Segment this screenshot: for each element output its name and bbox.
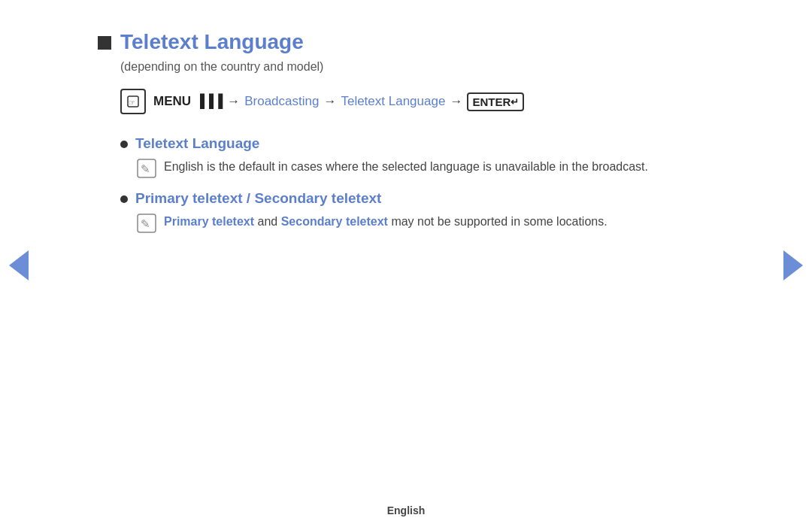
suffix-text: may not be supported in some locations. [391,215,607,228]
and-text: and [258,215,281,228]
svg-text:☞: ☞ [129,98,135,107]
nav-arrow-left[interactable] [8,250,30,280]
note-block-2: ✎ Primary teletext and Secondary teletex… [137,213,714,233]
list-item: Teletext Language ✎ English is the defau… [120,135,714,178]
footer-language: English [387,504,426,516]
nav-arrow-right[interactable] [782,250,804,280]
main-content: Teletext Language (depending on the coun… [38,0,774,275]
section-1-label: Teletext Language [135,135,259,152]
breadcrumb-broadcasting: Broadcasting [244,94,319,109]
note-block-1: ✎ English is the default in cases where … [137,158,714,178]
section-2-note: Primary teletext and Secondary teletext … [164,213,607,232]
breadcrumb-arrow-1: → [227,94,240,109]
bullet-item-2: Primary teletext / Secondary teletext [120,190,714,207]
menu-bars-icon: ▐▐▐ [195,94,223,109]
page-title: Teletext Language [120,30,304,54]
section-2-label: Primary teletext / Secondary teletext [135,190,381,207]
section-1-note: English is the default in cases where th… [164,158,648,177]
breadcrumb-arrow-3: → [450,94,462,109]
page-subtitle: (depending on the country and model) [120,60,714,74]
bullet-item-1: Teletext Language [120,135,714,152]
section-list: Teletext Language ✎ English is the defau… [120,135,714,233]
primary-teletext-label: Primary teletext [164,215,254,228]
note-icon-1: ✎ [137,159,156,178]
svg-text:✎: ✎ [141,217,150,230]
breadcrumb-teletext-language: Teletext Language [341,94,445,109]
left-arrow-icon [9,250,29,280]
menu-icon: ☞ [120,89,146,114]
note-icon-2: ✎ [137,214,156,233]
list-item: Primary teletext / Secondary teletext ✎ … [120,190,714,233]
breadcrumb-arrow-2: → [323,94,336,109]
menu-label: MENU [153,94,191,109]
svg-text:✎: ✎ [141,162,150,175]
bullet-dot-icon-2 [120,195,128,203]
secondary-teletext-label: Secondary teletext [281,215,388,228]
breadcrumb: ☞ MENU ▐▐▐ → Broadcasting → Teletext Lan… [120,89,714,114]
right-arrow-icon [783,250,803,280]
title-square-icon [98,36,111,50]
title-row: Teletext Language [98,30,714,54]
enter-button-label: ENTER↵ [467,92,524,111]
bullet-dot-icon [120,141,128,148]
